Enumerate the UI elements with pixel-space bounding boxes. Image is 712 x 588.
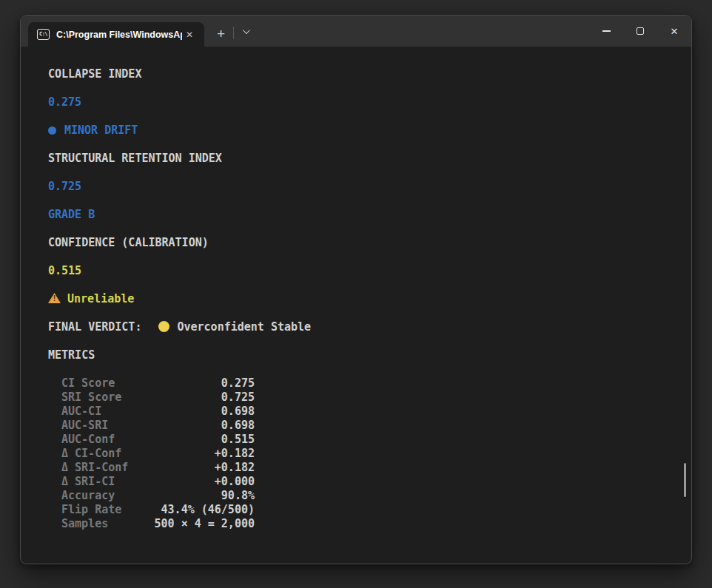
metric-row-delta-ci-conf: Δ CI-Conf+0.182 (61, 447, 255, 461)
confidence-status: !Unreliable (48, 292, 691, 306)
metric-row-accuracy: Accuracy90.8% (61, 489, 255, 503)
collapse-index-value: 0.275 (48, 95, 691, 109)
tabbar-divider (233, 27, 234, 39)
maximize-icon (637, 27, 644, 35)
tab-title: C:\Program Files\WindowsAp (56, 30, 182, 40)
final-verdict-line: FINAL VERDICT: Overconfident Stable (48, 320, 691, 334)
metric-row-flip-rate: Flip Rate43.4% (46/500) (61, 503, 255, 517)
collapse-index-status: MINOR DRIFT (48, 124, 691, 138)
metric-row-delta-sri-ci: Δ SRI-CI+0.000 (61, 475, 255, 489)
verdict-text: Overconfident Stable (177, 320, 311, 334)
scrollbar-thumb[interactable] (684, 463, 686, 497)
minimize-icon (602, 30, 611, 32)
terminal-viewport[interactable]: COLLAPSE INDEX 0.275 MINOR DRIFT STRUCTU… (21, 47, 691, 564)
metric-row-auc-conf: AUC-Conf0.515 (61, 433, 255, 447)
window-controls: ✕ (589, 16, 691, 47)
drift-bullet-icon (48, 126, 56, 135)
close-icon: ✕ (671, 27, 679, 36)
verdict-indicator-icon (158, 321, 169, 332)
metric-row-sri-score: SRI Score0.725 (61, 391, 255, 405)
metric-row-delta-sri-conf: Δ SRI-Conf+0.182 (61, 461, 255, 475)
tab-dropdown-button[interactable] (235, 21, 255, 40)
titlebar[interactable]: C:\ C:\Program Files\WindowsAp ✕ + ✕ (21, 16, 691, 47)
sri-grade: GRADE B (48, 208, 691, 222)
metric-row-auc-sri: AUC-SRI0.698 (61, 419, 255, 433)
minimize-button[interactable] (589, 16, 623, 47)
command-prompt-icon: C:\ (37, 29, 50, 40)
verdict-label: FINAL VERDICT: (48, 320, 148, 334)
section-heading-structural-retention: STRUCTURAL RETENTION INDEX (48, 152, 691, 166)
metric-row-samples: Samples500 × 4 = 2,000 (61, 517, 255, 531)
maximize-button[interactable] (623, 16, 657, 47)
section-heading-collapse-index: COLLAPSE INDEX (48, 67, 691, 81)
new-tab-button[interactable]: + (210, 27, 232, 41)
chevron-down-icon (243, 27, 250, 34)
metrics-heading: METRICS (48, 348, 691, 362)
tab-close-icon[interactable]: ✕ (182, 28, 197, 41)
section-heading-confidence: CONFIDENCE (CALIBRATION) (48, 236, 691, 250)
sri-value: 0.725 (48, 180, 691, 194)
warning-icon: ! (48, 293, 61, 303)
metric-row-auc-ci: AUC-CI0.698 (61, 405, 255, 419)
close-button[interactable]: ✕ (657, 16, 691, 47)
tab-terminal[interactable]: C:\ C:\Program Files\WindowsAp ✕ (28, 22, 204, 47)
confidence-value: 0.515 (48, 264, 691, 278)
metric-row-ci-score: CI Score0.275 (61, 376, 255, 391)
terminal-window: C:\ C:\Program Files\WindowsAp ✕ + ✕ (20, 15, 692, 564)
